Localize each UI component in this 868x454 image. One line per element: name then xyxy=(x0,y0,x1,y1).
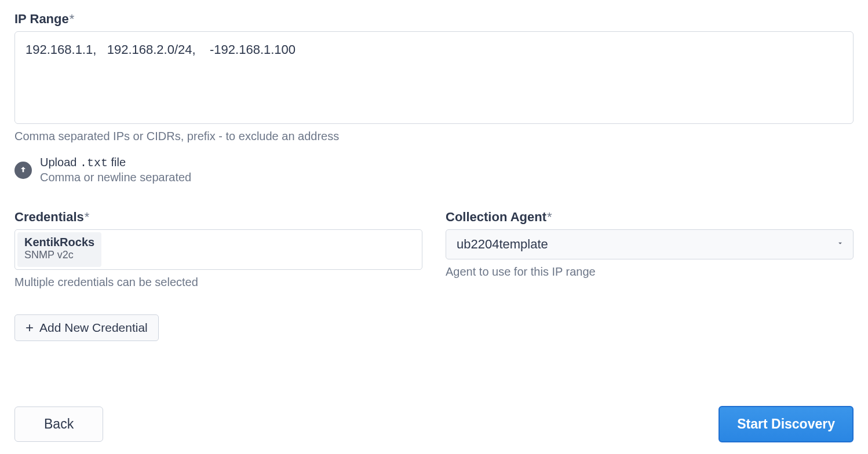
credential-chip-sub: SNMP v2c xyxy=(24,249,94,261)
collection-agent-select[interactable]: ub2204template xyxy=(446,229,854,259)
credentials-input[interactable]: KentikRocks SNMP v2c xyxy=(14,229,422,270)
upload-subtitle: Comma or newline separated xyxy=(40,171,191,184)
plus-icon: + xyxy=(25,321,34,335)
collection-agent-selected: ub2204template xyxy=(457,237,548,252)
ip-range-input[interactable] xyxy=(14,31,854,124)
upload-file-row[interactable]: Upload .txt file Comma or newline separa… xyxy=(14,156,854,184)
credentials-label: Credentials* xyxy=(14,210,422,225)
credentials-label-text: Credentials xyxy=(14,210,84,224)
collection-agent-label: Collection Agent* xyxy=(446,210,854,225)
required-asterisk: * xyxy=(70,12,75,26)
required-asterisk: * xyxy=(547,210,552,224)
add-credential-button[interactable]: + Add New Credential xyxy=(14,314,159,341)
back-button[interactable]: Back xyxy=(14,407,103,442)
ip-range-label: IP Range* xyxy=(14,12,854,27)
collection-agent-label-text: Collection Agent xyxy=(446,210,546,224)
start-discovery-button[interactable]: Start Discovery xyxy=(719,406,854,442)
upload-icon xyxy=(14,162,32,179)
credential-chip[interactable]: KentikRocks SNMP v2c xyxy=(17,232,101,267)
add-credential-label: Add New Credential xyxy=(39,321,148,335)
credentials-hint: Multiple credentials can be selected xyxy=(14,276,422,289)
ip-range-label-text: IP Range xyxy=(14,12,69,26)
required-asterisk: * xyxy=(85,210,90,224)
upload-title: Upload .txt file xyxy=(40,156,191,170)
collection-agent-hint: Agent to use for this IP range xyxy=(446,265,854,279)
ip-range-hint: Comma separated IPs or CIDRs, prefix - t… xyxy=(14,130,854,143)
credential-chip-title: KentikRocks xyxy=(24,236,94,249)
upload-text: Upload .txt file Comma or newline separa… xyxy=(40,156,191,184)
